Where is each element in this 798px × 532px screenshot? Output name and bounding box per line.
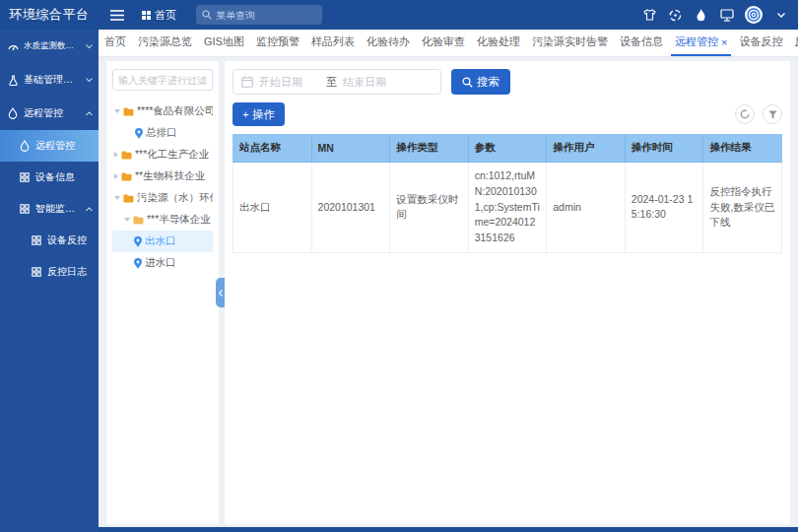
tab-home[interactable]: 首页 [100, 30, 130, 56]
table-header-row: 站点名称 MN 操作类型 参数 操作用户 操作时间 操作结果 [233, 134, 782, 163]
tree-filter-input[interactable] [112, 69, 213, 91]
filter-columns-button[interactable] [763, 104, 782, 124]
folder-icon [123, 194, 134, 203]
sidebar-item-label: 设备信息 [35, 170, 94, 184]
sidebar-item-label: 水质监测数据综合分析 [24, 40, 82, 52]
tree-node-label: **生物科技企业 [135, 169, 205, 183]
tree-node-outlet[interactable]: 出水口 [112, 231, 213, 252]
tree-node-label: ****食品有限公司 [137, 104, 213, 118]
sidebar-group-remote-control[interactable]: 远程管控 [0, 97, 99, 130]
monitor-icon[interactable] [719, 8, 734, 23]
sidebar-item-label: 远程管控 [24, 106, 82, 120]
home-grid-icon [142, 11, 151, 20]
chevron-down-icon[interactable] [773, 8, 788, 23]
tab-label: 远程管控 [675, 34, 718, 49]
caret-down-icon[interactable] [114, 109, 120, 113]
chevron-up-icon [86, 111, 94, 116]
droplet-icon [20, 140, 32, 152]
col-op-result: 操作结果 [703, 134, 782, 163]
table-row[interactable]: 出水口 2020101301 设置数采仪时间 cn:1012,rtuMN:202… [233, 163, 782, 253]
tree-node-company-biotech[interactable]: **生物科技企业 [112, 166, 213, 187]
theme-shirt-icon[interactable] [642, 8, 657, 23]
tab-remote-control[interactable]: 远程管控 × [671, 30, 731, 56]
breadcrumb-home-label: 首页 [155, 8, 176, 23]
tab-bar: 首页 污染源总览 GIS地图 监控预警 样品列表 化验待办 化验审查 化验处理 … [99, 30, 798, 57]
sidebar-group-smart-terminal[interactable]: 智能监测终端 [0, 193, 99, 225]
menu-search[interactable] [196, 5, 322, 25]
sidebar-item-device-info[interactable]: 设备信息 [0, 162, 99, 193]
tree-node-label: 出水口 [145, 234, 176, 248]
sidebar-item-remote-control[interactable]: 远程管控 [0, 130, 99, 162]
tree-node-inlet[interactable]: 进水口 [112, 252, 213, 274]
caret-down-icon[interactable] [114, 196, 120, 200]
caret-right-icon[interactable] [114, 173, 118, 179]
folder-icon [123, 107, 134, 116]
sidebar-item-device-reverse-control[interactable]: 设备反控 [0, 225, 99, 256]
tree-node-company-food[interactable]: ****食品有限公司 [112, 100, 213, 122]
site-tree-panel: ****食品有限公司 总排口 ***化工生产企业 **生物科技企业 污染源（水）… [106, 61, 219, 524]
table-tools [735, 104, 782, 124]
chevron-down-icon [86, 78, 94, 83]
grid-icon [20, 204, 32, 214]
cell-params: cn:1012,rtuMN:2020101301,cp:SystemTime=2… [468, 163, 547, 253]
tree-node-main-outlet[interactable]: 总排口 [112, 122, 213, 144]
close-icon[interactable]: × [721, 36, 727, 48]
end-date-input[interactable] [343, 76, 404, 88]
tab-reverse-control-log[interactable]: 反控日志 [790, 30, 798, 56]
top-header: 环境综合平台 首页 [0, 0, 798, 30]
hamburger-icon[interactable] [110, 10, 124, 21]
screen-segment-icon[interactable] [668, 8, 683, 23]
app-title: 环境综合平台 [0, 0, 99, 30]
sidebar-nav: 水质监测数据综合分析 基础管理系统 远程管控 远程管控 设备信息 [0, 30, 99, 532]
pin-icon [134, 258, 142, 269]
operation-table: 站点名称 MN 操作类型 参数 操作用户 操作时间 操作结果 出水口 20201… [233, 134, 782, 253]
tree-node-label: ***半导体企业 [147, 213, 211, 227]
refresh-button[interactable] [735, 104, 755, 124]
chevron-up-icon [86, 207, 94, 212]
panel-collapse-handle[interactable] [216, 278, 225, 307]
folder-icon [133, 216, 144, 225]
menu-search-input[interactable] [216, 10, 304, 21]
caret-down-icon[interactable] [124, 218, 130, 222]
chevron-down-icon [86, 44, 94, 49]
folder-icon [121, 151, 132, 160]
col-op-time: 操作时间 [625, 134, 703, 163]
search-icon [462, 77, 473, 88]
date-range-picker[interactable]: 至 [233, 69, 441, 95]
tab-monitor-warning[interactable]: 监控预警 [252, 30, 303, 56]
cell-mn: 2020101301 [311, 163, 390, 253]
analysis-gauge-icon [8, 41, 20, 52]
col-op-user: 操作用户 [547, 134, 626, 163]
flask-icon [8, 75, 20, 86]
tree-node-company-semiconductor[interactable]: ***半导体企业 [112, 209, 213, 231]
tab-device-info[interactable]: 设备信息 [616, 30, 667, 56]
sidebar-item-reverse-control-log[interactable]: 反控日志 [0, 256, 99, 288]
sidebar-item-water-quality-analysis[interactable]: 水质监测数据综合分析 [0, 30, 99, 63]
tab-lab-process[interactable]: 化验处理 [473, 30, 524, 56]
tab-realtime-alarm[interactable]: 污染源实时告警 [528, 30, 612, 56]
tab-sample-list[interactable]: 样品列表 [307, 30, 359, 56]
footer-bar [0, 527, 798, 532]
col-site-name: 站点名称 [233, 134, 312, 163]
tab-lab-todo[interactable]: 化验待办 [363, 30, 414, 56]
avatar[interactable] [745, 6, 763, 24]
sidebar-item-basic-management[interactable]: 基础管理系统 [0, 63, 99, 97]
folder-icon [121, 172, 132, 181]
sidebar-item-label: 智能监测终端 [35, 202, 82, 216]
caret-right-icon[interactable] [114, 152, 118, 158]
tab-gis-map[interactable]: GIS地图 [200, 30, 248, 56]
tab-pollution-overview[interactable]: 污染源总览 [134, 30, 196, 56]
operate-button[interactable]: + 操作 [233, 102, 285, 126]
tree-node-epa-bureau[interactable]: 污染源（水）环保局 [112, 187, 213, 209]
site-tree: ****食品有限公司 总排口 ***化工生产企业 **生物科技企业 污染源（水）… [112, 100, 213, 274]
col-params: 参数 [468, 134, 547, 163]
tab-lab-review[interactable]: 化验审查 [418, 30, 469, 56]
search-toolbar: 至 搜索 [233, 69, 782, 95]
start-date-input[interactable] [259, 76, 320, 88]
flame-icon[interactable] [694, 8, 708, 23]
tree-node-company-chemical[interactable]: ***化工生产企业 [112, 144, 213, 166]
breadcrumb-home[interactable]: 首页 [142, 8, 176, 23]
sidebar-item-label: 基础管理系统 [24, 73, 82, 87]
search-button[interactable]: 搜索 [451, 69, 510, 95]
tab-device-reverse-control[interactable]: 设备反控 [735, 30, 786, 56]
